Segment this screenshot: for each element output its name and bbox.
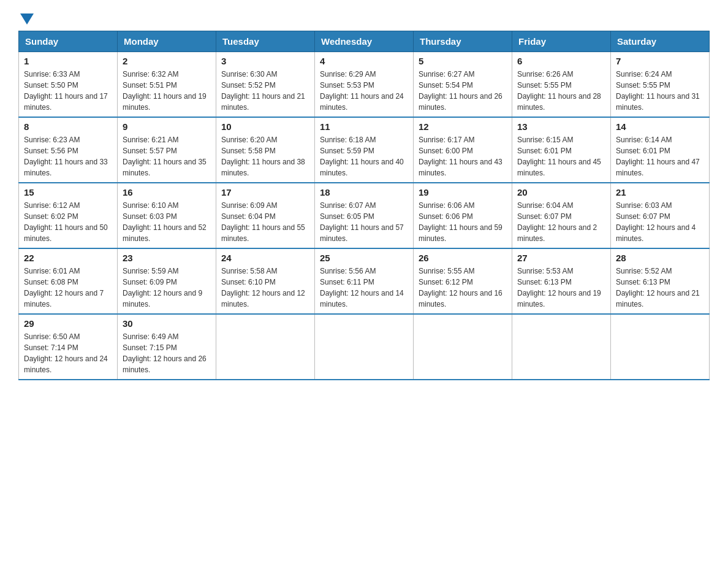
weekday-header-sunday: Sunday bbox=[19, 31, 118, 52]
day-info: Sunrise: 6:17 AMSunset: 6:00 PMDaylight:… bbox=[419, 134, 507, 178]
empty-day-cell bbox=[414, 314, 512, 380]
day-number: 2 bbox=[123, 56, 211, 66]
calendar-day-21: 21Sunrise: 6:03 AMSunset: 6:07 PMDayligh… bbox=[611, 183, 710, 248]
weekday-header-saturday: Saturday bbox=[611, 31, 710, 52]
day-number: 21 bbox=[616, 187, 704, 197]
day-info: Sunrise: 6:32 AMSunset: 5:51 PMDaylight:… bbox=[123, 69, 211, 113]
weekday-header-tuesday: Tuesday bbox=[216, 31, 315, 52]
day-info: Sunrise: 5:55 AMSunset: 6:12 PMDaylight:… bbox=[419, 266, 507, 310]
day-number: 18 bbox=[320, 187, 408, 197]
svg-marker-0 bbox=[20, 13, 34, 25]
day-info: Sunrise: 5:58 AMSunset: 6:10 PMDaylight:… bbox=[221, 266, 309, 310]
day-info: Sunrise: 6:29 AMSunset: 5:53 PMDaylight:… bbox=[320, 69, 408, 113]
day-number: 19 bbox=[419, 187, 507, 197]
day-info: Sunrise: 6:49 AMSunset: 7:15 PMDaylight:… bbox=[123, 331, 211, 375]
day-info: Sunrise: 6:06 AMSunset: 6:06 PMDaylight:… bbox=[419, 200, 507, 244]
day-info: Sunrise: 6:21 AMSunset: 5:57 PMDaylight:… bbox=[123, 134, 211, 178]
calendar-day-2: 2Sunrise: 6:32 AMSunset: 5:51 PMDaylight… bbox=[118, 52, 216, 118]
calendar-day-27: 27Sunrise: 5:53 AMSunset: 6:13 PMDayligh… bbox=[512, 248, 611, 314]
calendar-day-20: 20Sunrise: 6:04 AMSunset: 6:07 PMDayligh… bbox=[512, 183, 611, 248]
weekday-header-thursday: Thursday bbox=[414, 31, 512, 52]
day-number: 13 bbox=[517, 121, 605, 132]
day-info: Sunrise: 6:15 AMSunset: 6:01 PMDaylight:… bbox=[517, 134, 605, 178]
day-number: 16 bbox=[123, 187, 211, 197]
day-number: 7 bbox=[616, 56, 704, 66]
day-number: 20 bbox=[517, 187, 605, 197]
calendar-day-5: 5Sunrise: 6:27 AMSunset: 5:54 PMDaylight… bbox=[414, 52, 512, 118]
calendar-day-8: 8Sunrise: 6:23 AMSunset: 5:56 PMDaylight… bbox=[19, 117, 118, 183]
day-number: 12 bbox=[419, 121, 507, 132]
weekday-header-friday: Friday bbox=[512, 31, 611, 52]
calendar-day-12: 12Sunrise: 6:17 AMSunset: 6:00 PMDayligh… bbox=[414, 117, 512, 183]
day-info: Sunrise: 6:01 AMSunset: 6:08 PMDaylight:… bbox=[24, 266, 112, 310]
day-info: Sunrise: 5:52 AMSunset: 6:13 PMDaylight:… bbox=[616, 266, 704, 310]
calendar-day-13: 13Sunrise: 6:15 AMSunset: 6:01 PMDayligh… bbox=[512, 117, 611, 183]
logo bbox=[18, 12, 34, 25]
calendar-day-30: 30Sunrise: 6:49 AMSunset: 7:15 PMDayligh… bbox=[118, 314, 216, 380]
calendar-day-19: 19Sunrise: 6:06 AMSunset: 6:06 PMDayligh… bbox=[414, 183, 512, 248]
calendar-day-14: 14Sunrise: 6:14 AMSunset: 6:01 PMDayligh… bbox=[611, 117, 710, 183]
weekday-header-monday: Monday bbox=[118, 31, 216, 52]
calendar-day-6: 6Sunrise: 6:26 AMSunset: 5:55 PMDaylight… bbox=[512, 52, 611, 118]
day-number: 10 bbox=[221, 121, 309, 132]
empty-day-cell bbox=[216, 314, 315, 380]
day-number: 1 bbox=[24, 56, 112, 66]
day-info: Sunrise: 6:33 AMSunset: 5:50 PMDaylight:… bbox=[24, 69, 112, 113]
calendar-day-23: 23Sunrise: 5:59 AMSunset: 6:09 PMDayligh… bbox=[118, 248, 216, 314]
calendar-day-3: 3Sunrise: 6:30 AMSunset: 5:52 PMDaylight… bbox=[216, 52, 315, 118]
weekday-header-row: SundayMondayTuesdayWednesdayThursdayFrid… bbox=[19, 31, 710, 52]
day-number: 5 bbox=[419, 56, 507, 66]
day-number: 30 bbox=[123, 318, 211, 329]
calendar-day-1: 1Sunrise: 6:33 AMSunset: 5:50 PMDaylight… bbox=[19, 52, 118, 118]
day-number: 24 bbox=[221, 253, 309, 263]
day-number: 9 bbox=[123, 121, 211, 132]
day-number: 3 bbox=[221, 56, 309, 66]
day-info: Sunrise: 6:24 AMSunset: 5:55 PMDaylight:… bbox=[616, 69, 704, 113]
calendar-table: SundayMondayTuesdayWednesdayThursdayFrid… bbox=[18, 31, 710, 380]
day-info: Sunrise: 6:12 AMSunset: 6:02 PMDaylight:… bbox=[24, 200, 112, 244]
day-number: 23 bbox=[123, 253, 211, 263]
calendar-day-22: 22Sunrise: 6:01 AMSunset: 6:08 PMDayligh… bbox=[19, 248, 118, 314]
calendar-week-1: 1Sunrise: 6:33 AMSunset: 5:50 PMDaylight… bbox=[19, 52, 710, 118]
day-info: Sunrise: 6:26 AMSunset: 5:55 PMDaylight:… bbox=[517, 69, 605, 113]
day-info: Sunrise: 5:59 AMSunset: 6:09 PMDaylight:… bbox=[123, 266, 211, 310]
empty-day-cell bbox=[512, 314, 611, 380]
day-number: 4 bbox=[320, 56, 408, 66]
calendar-day-29: 29Sunrise: 6:50 AMSunset: 7:14 PMDayligh… bbox=[19, 314, 118, 380]
day-number: 29 bbox=[24, 318, 112, 329]
day-number: 15 bbox=[24, 187, 112, 197]
day-info: Sunrise: 6:10 AMSunset: 6:03 PMDaylight:… bbox=[123, 200, 211, 244]
calendar-week-2: 8Sunrise: 6:23 AMSunset: 5:56 PMDaylight… bbox=[19, 117, 710, 183]
calendar-day-26: 26Sunrise: 5:55 AMSunset: 6:12 PMDayligh… bbox=[414, 248, 512, 314]
day-info: Sunrise: 6:50 AMSunset: 7:14 PMDaylight:… bbox=[24, 331, 112, 375]
day-number: 25 bbox=[320, 253, 408, 263]
day-number: 6 bbox=[517, 56, 605, 66]
calendar-day-11: 11Sunrise: 6:18 AMSunset: 5:59 PMDayligh… bbox=[315, 117, 414, 183]
day-info: Sunrise: 6:30 AMSunset: 5:52 PMDaylight:… bbox=[221, 69, 309, 113]
weekday-header-wednesday: Wednesday bbox=[315, 31, 414, 52]
calendar-week-4: 22Sunrise: 6:01 AMSunset: 6:08 PMDayligh… bbox=[19, 248, 710, 314]
calendar-day-24: 24Sunrise: 5:58 AMSunset: 6:10 PMDayligh… bbox=[216, 248, 315, 314]
calendar-day-4: 4Sunrise: 6:29 AMSunset: 5:53 PMDaylight… bbox=[315, 52, 414, 118]
page-header bbox=[18, 12, 710, 25]
calendar-day-28: 28Sunrise: 5:52 AMSunset: 6:13 PMDayligh… bbox=[611, 248, 710, 314]
day-info: Sunrise: 6:04 AMSunset: 6:07 PMDaylight:… bbox=[517, 200, 605, 244]
day-info: Sunrise: 6:07 AMSunset: 6:05 PMDaylight:… bbox=[320, 200, 408, 244]
day-info: Sunrise: 6:14 AMSunset: 6:01 PMDaylight:… bbox=[616, 134, 704, 178]
calendar-day-15: 15Sunrise: 6:12 AMSunset: 6:02 PMDayligh… bbox=[19, 183, 118, 248]
day-number: 17 bbox=[221, 187, 309, 197]
calendar-day-16: 16Sunrise: 6:10 AMSunset: 6:03 PMDayligh… bbox=[118, 183, 216, 248]
calendar-day-17: 17Sunrise: 6:09 AMSunset: 6:04 PMDayligh… bbox=[216, 183, 315, 248]
calendar-day-7: 7Sunrise: 6:24 AMSunset: 5:55 PMDaylight… bbox=[611, 52, 710, 118]
calendar-day-25: 25Sunrise: 5:56 AMSunset: 6:11 PMDayligh… bbox=[315, 248, 414, 314]
calendar-week-5: 29Sunrise: 6:50 AMSunset: 7:14 PMDayligh… bbox=[19, 314, 710, 380]
day-number: 28 bbox=[616, 253, 704, 263]
calendar-day-9: 9Sunrise: 6:21 AMSunset: 5:57 PMDaylight… bbox=[118, 117, 216, 183]
day-info: Sunrise: 5:56 AMSunset: 6:11 PMDaylight:… bbox=[320, 266, 408, 310]
day-number: 26 bbox=[419, 253, 507, 263]
day-info: Sunrise: 6:18 AMSunset: 5:59 PMDaylight:… bbox=[320, 134, 408, 178]
day-info: Sunrise: 6:23 AMSunset: 5:56 PMDaylight:… bbox=[24, 134, 112, 178]
empty-day-cell bbox=[315, 314, 414, 380]
day-info: Sunrise: 5:53 AMSunset: 6:13 PMDaylight:… bbox=[517, 266, 605, 310]
calendar-day-18: 18Sunrise: 6:07 AMSunset: 6:05 PMDayligh… bbox=[315, 183, 414, 248]
